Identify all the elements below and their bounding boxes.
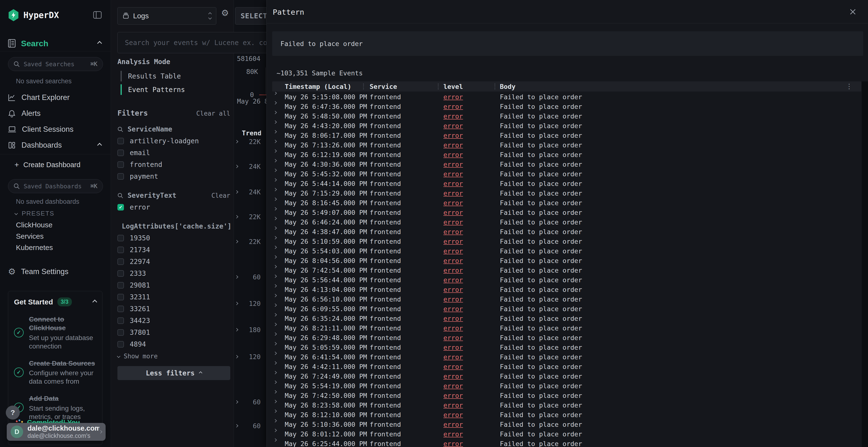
show-more-button[interactable]: Show more [117, 350, 230, 362]
trend-row[interactable]: 120 [234, 300, 267, 307]
table-row[interactable]: May 26 6:56:10.000 PM frontend error Fai… [267, 294, 862, 304]
sidebar-item-search[interactable]: Search [8, 36, 103, 50]
scrollbar[interactable] [862, 81, 868, 447]
checkbox[interactable] [117, 329, 124, 336]
table-row[interactable]: May 26 6:12:19.000 PM frontend error Fai… [267, 150, 862, 160]
filter-option[interactable]: 4894 [117, 338, 230, 350]
filter-group-clear-button[interactable]: Clear [212, 192, 230, 199]
filter-option[interactable]: 21734 [117, 244, 230, 256]
checkbox[interactable] [117, 317, 124, 324]
table-row[interactable]: May 26 5:10:36.000 PM frontend error Fai… [267, 419, 862, 429]
clear-all-button[interactable]: Clear all [196, 110, 230, 117]
table-row[interactable]: May 26 5:15:08.000 PM frontend error Fai… [267, 92, 862, 102]
table-row[interactable]: May 26 5:56:44.000 PM frontend error Fai… [267, 275, 862, 285]
table-row[interactable]: May 26 7:42:54.000 PM frontend error Fai… [267, 265, 862, 275]
sidebar-item-chart-explorer[interactable]: Chart Explorer [8, 90, 103, 105]
checkbox[interactable] [117, 270, 124, 277]
presets-toggle[interactable]: PRESETS [15, 209, 54, 218]
checkbox[interactable] [117, 259, 124, 265]
col-service[interactable]: Service [370, 81, 397, 92]
table-row[interactable]: May 26 8:06:17.000 PM frontend error Fai… [267, 131, 862, 140]
filter-option[interactable]: 32311 [117, 291, 230, 303]
table-row[interactable]: May 26 5:05:59.000 PM frontend error Fai… [267, 342, 862, 352]
table-row[interactable]: May 26 4:43:20.000 PM frontend error Fai… [267, 121, 862, 131]
trend-row[interactable]: 24K [234, 163, 267, 170]
table-row[interactable]: May 26 6:25:44.000 PM frontend error Fai… [267, 439, 862, 447]
table-row[interactable]: May 26 8:04:56.000 PM frontend error Fai… [267, 256, 862, 265]
analysis-mode-event-patterns[interactable]: Event Patterns [121, 83, 227, 96]
table-row[interactable]: May 26 4:30:36.000 PM frontend error Fai… [267, 160, 862, 169]
filter-option[interactable]: email [117, 147, 230, 159]
table-row[interactable]: May 26 7:42:50.000 PM frontend error Fai… [267, 391, 862, 400]
filter-option[interactable]: artillery-loadgen [117, 135, 230, 147]
checkbox[interactable] [117, 161, 124, 168]
table-row[interactable]: May 26 7:13:26.000 PM frontend error Fai… [267, 140, 862, 150]
filter-option[interactable]: frontend [117, 159, 230, 171]
table-row[interactable]: May 26 6:46:24.000 PM frontend error Fai… [267, 217, 862, 227]
trend-row[interactable]: 24K [234, 188, 267, 196]
trend-row[interactable]: 22K [234, 138, 267, 145]
kebab-menu-icon[interactable]: ⋮ [846, 82, 852, 90]
table-row[interactable]: May 26 5:49:07.000 PM frontend error Fai… [267, 208, 862, 217]
sidebar-item-preset-services[interactable]: Services [16, 231, 53, 242]
table-row[interactable]: May 26 4:42:11.000 PM frontend error Fai… [267, 362, 862, 371]
table-row[interactable]: May 26 8:21:11.000 PM frontend error Fai… [267, 323, 862, 333]
checkbox[interactable] [117, 235, 124, 241]
event-search-input[interactable]: Search your events w/ Lucene ex. colu [117, 32, 272, 53]
saved-dashboards-input[interactable]: Saved Dashboards ⌘K [8, 179, 103, 193]
get-started-item[interactable]: ✓ Create Data Sources Configure where yo… [14, 359, 96, 386]
chevron-up-icon[interactable] [92, 300, 97, 304]
sidebar-item-alerts[interactable]: Alerts [8, 105, 103, 122]
filter-option[interactable]: 2333 [117, 268, 230, 279]
filter-option[interactable]: 22974 [117, 256, 230, 268]
table-row[interactable]: May 26 8:12:10.000 PM frontend error Fai… [267, 410, 862, 419]
create-dashboard-button[interactable]: + Create Dashboard [14, 160, 81, 170]
sidebar-item-preset-kubernetes[interactable]: Kubernetes [16, 242, 53, 253]
trend-row[interactable]: 120 [234, 353, 267, 360]
get-started-item[interactable]: ✓ Add Data Start sending logs,metrics, o… [14, 394, 96, 421]
table-row[interactable]: May 26 6:35:24.000 PM frontend error Fai… [267, 314, 862, 323]
checkbox[interactable] [117, 306, 124, 312]
table-row[interactable]: May 26 8:16:45.000 PM frontend error Fai… [267, 198, 862, 208]
table-row[interactable]: May 26 5:54:19.000 PM frontend error Fai… [267, 381, 862, 391]
trend-row[interactable]: 22K [234, 238, 267, 245]
sidebar-item-dashboards[interactable]: Dashboards [8, 137, 103, 153]
table-row[interactable]: May 26 5:48:50.000 PM frontend error Fai… [267, 111, 862, 121]
table-row[interactable]: May 26 5:44:14.000 PM frontend error Fai… [267, 179, 862, 188]
table-row[interactable]: May 26 6:09:55.000 PM frontend error Fai… [267, 304, 862, 314]
table-row[interactable]: May 26 8:23:58.000 PM frontend error Fai… [267, 400, 862, 410]
checkbox[interactable]: ✓ [117, 204, 124, 210]
table-row[interactable]: May 26 6:29:48.000 PM frontend error Fai… [267, 333, 862, 342]
filter-option[interactable]: 29081 [117, 279, 230, 291]
source-settings-button[interactable]: ⚙ [221, 9, 229, 18]
col-body[interactable]: Body [500, 81, 516, 92]
col-level[interactable]: level [443, 81, 463, 92]
user-account-button[interactable]: D dale@clickhouse.com dale@clickhouse.co… [7, 423, 105, 441]
checkbox[interactable] [117, 247, 124, 253]
filter-option[interactable]: 19350 [117, 232, 230, 244]
table-row[interactable]: May 26 5:45:32.000 PM frontend error Fai… [267, 169, 862, 179]
help-button[interactable]: ? [6, 406, 20, 419]
table-row[interactable]: May 26 7:15:29.000 PM frontend error Fai… [267, 188, 862, 198]
table-row[interactable]: May 26 5:54:03.000 PM frontend error Fai… [267, 246, 862, 256]
filter-option[interactable]: payment [117, 171, 230, 182]
checkbox[interactable] [117, 282, 124, 288]
table-row[interactable]: May 26 8:01:12.000 PM frontend error Fai… [267, 429, 862, 439]
close-icon[interactable] [848, 7, 858, 16]
chevron-up-icon[interactable] [97, 41, 102, 46]
filter-option[interactable]: ✓ error [117, 201, 230, 213]
saved-searches-input[interactable]: Saved Searches ⌘K [8, 57, 103, 71]
table-row[interactable]: May 26 6:41:54.000 PM frontend error Fai… [267, 352, 862, 362]
filter-option[interactable]: 37801 [117, 326, 230, 338]
collapse-sidebar-icon[interactable] [93, 10, 102, 20]
sidebar-item-client-sessions[interactable]: Client Sessions [8, 122, 103, 137]
table-row[interactable]: May 26 6:47:36.000 PM frontend error Fai… [267, 102, 862, 111]
checkbox[interactable] [117, 149, 124, 156]
analysis-mode-results-table[interactable]: Results Table [121, 69, 227, 83]
filter-option[interactable]: 33261 [117, 303, 230, 315]
less-filters-button[interactable]: Less filters [117, 366, 230, 380]
get-started-header[interactable]: Get Started 3/3 [14, 298, 96, 306]
table-row[interactable]: May 26 7:24:49.000 PM frontend error Fai… [267, 371, 862, 381]
trend-row[interactable]: 180 [234, 326, 267, 334]
sidebar-item-team-settings[interactable]: ⚙ Team Settings [8, 266, 68, 277]
